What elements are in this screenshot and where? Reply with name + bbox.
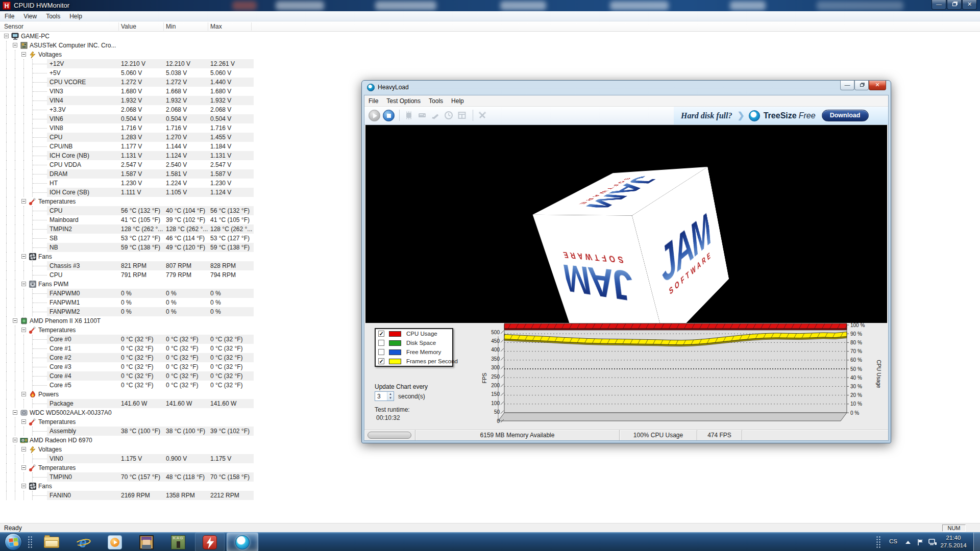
taskbar-internet-explorer-button[interactable]: e xyxy=(68,533,98,551)
network-button[interactable] xyxy=(928,538,937,551)
taskbar-explorer-button[interactable] xyxy=(37,533,66,551)
tree-guide xyxy=(6,417,7,427)
checked-checkbox[interactable]: ✓ xyxy=(378,358,384,364)
action-center-button[interactable] xyxy=(917,538,925,551)
expander-minus-icon[interactable] xyxy=(13,43,17,47)
stop-test-button[interactable] xyxy=(383,110,395,121)
expander-minus-icon[interactable] xyxy=(21,254,26,259)
expander-minus-icon[interactable] xyxy=(21,328,26,332)
sensor-row[interactable]: TMPIN070 °C (157 °F)48 °C (118 °F)70 °C … xyxy=(0,472,980,482)
expander-minus-icon[interactable] xyxy=(4,34,9,38)
start-test-button[interactable] xyxy=(369,110,380,121)
fan-icon xyxy=(29,253,37,261)
show-hidden-icons-button[interactable] xyxy=(905,541,911,551)
tree-guide xyxy=(6,59,7,68)
taskbar-hwmonitor-button[interactable] xyxy=(195,533,225,551)
chevron-icon: ❯ xyxy=(737,110,744,121)
column-header-value[interactable]: Value xyxy=(121,23,136,30)
duration-icon[interactable] xyxy=(444,111,453,120)
tree-guide xyxy=(6,353,7,362)
sensor-row[interactable]: +5V5.060 V5.038 V5.060 V xyxy=(0,68,980,78)
sensor-max: 12.261 V xyxy=(210,60,254,67)
download-button[interactable]: Download xyxy=(822,110,869,121)
column-separator[interactable] xyxy=(163,22,164,31)
tree-guide xyxy=(15,454,15,463)
menu-file[interactable]: File xyxy=(0,11,19,20)
taskbar-media-player-button[interactable] xyxy=(100,533,130,551)
column-separator[interactable] xyxy=(251,22,252,31)
menu-help[interactable]: Help xyxy=(65,11,87,20)
taskbar-clock[interactable]: 21:40 27.5.2014 xyxy=(938,534,969,549)
sensor-value: 821 RPM xyxy=(121,262,165,269)
sensor-min: 0 °C (32 °F) xyxy=(166,336,210,343)
checked-checkbox[interactable]: ✓ xyxy=(378,331,384,337)
group-row[interactable]: Voltages xyxy=(0,445,980,454)
group-row[interactable]: Voltages xyxy=(0,50,980,59)
expander-minus-icon[interactable] xyxy=(21,465,26,470)
allocate-memory-icon[interactable] xyxy=(418,111,427,120)
group-row[interactable]: Temperatures xyxy=(0,463,980,472)
expander-minus-icon[interactable] xyxy=(21,282,26,286)
sensor-max: 0 °C (32 °F) xyxy=(210,336,254,343)
show-desktop-button[interactable] xyxy=(973,533,980,551)
start-button[interactable] xyxy=(5,533,22,550)
menu-view[interactable]: View xyxy=(19,11,41,20)
expander-minus-icon[interactable] xyxy=(21,484,26,488)
test-window-icon[interactable] xyxy=(457,111,467,120)
minimize-button[interactable]: — xyxy=(840,81,854,90)
sensor-row[interactable]: FANIN02169 RPM1358 RPM2212 RPM xyxy=(0,491,980,500)
expander-minus-icon[interactable] xyxy=(21,419,26,424)
column-header-max[interactable]: Max xyxy=(210,23,222,30)
column-separator[interactable] xyxy=(208,22,208,31)
tree-guide xyxy=(23,307,24,316)
column-header[interactable]: SensorValueMinMax xyxy=(0,21,980,32)
sensor-row[interactable]: +12V12.210 V12.210 V12.261 V xyxy=(0,59,980,68)
close-button[interactable]: ✕ xyxy=(869,81,886,90)
svg-text:FPS: FPS xyxy=(481,373,487,383)
close-button[interactable]: ✕ xyxy=(962,0,977,10)
tree-guide xyxy=(15,371,15,381)
menu-test-options[interactable]: Test Options xyxy=(382,95,425,105)
unchecked-checkbox[interactable] xyxy=(378,340,384,346)
column-header-min[interactable]: Min xyxy=(166,23,176,30)
heavyload-titlebar[interactable]: HeavyLoad — ✕ xyxy=(362,81,891,95)
unchecked-checkbox[interactable] xyxy=(378,349,384,355)
taskbar-kag-button[interactable]: KAG xyxy=(163,533,193,551)
language-indicator[interactable]: CS xyxy=(889,538,897,551)
minimize-button[interactable]: — xyxy=(932,0,946,10)
spinner-arrows[interactable]: ▲▼ xyxy=(387,392,394,400)
taskbar-heavyload-button[interactable] xyxy=(227,533,258,551)
menu-tools[interactable]: Tools xyxy=(41,11,65,20)
maximize-button[interactable] xyxy=(854,81,869,90)
sensor-max: 1.587 V xyxy=(210,170,254,178)
menu-file[interactable]: File xyxy=(364,95,382,105)
restore-button[interactable] xyxy=(947,0,962,10)
group-row[interactable]: ASUSTeK Computer INC. Cro... xyxy=(0,41,980,50)
hwmonitor-titlebar[interactable]: H CPUID HWMonitor — ✕ xyxy=(0,0,980,11)
sensor-row[interactable]: VIN01.175 V0.900 V1.175 V xyxy=(0,454,980,463)
settings-wrench-icon[interactable] xyxy=(478,111,487,120)
sensor-max: 1.455 V xyxy=(210,134,254,141)
stress-cpu-icon[interactable] xyxy=(404,111,413,120)
expander-minus-icon[interactable] xyxy=(21,447,26,452)
sensor-max: 56 °C (132 °F) xyxy=(210,207,254,214)
expander-minus-icon[interactable] xyxy=(13,318,17,323)
heavyload-icon xyxy=(235,535,250,549)
group-label: Fans PWM xyxy=(38,281,68,288)
expander-minus-icon[interactable] xyxy=(13,410,17,415)
write-tempfile-icon[interactable] xyxy=(431,111,440,120)
sensor-min: 0 °C (32 °F) xyxy=(166,372,210,380)
taskbar-game-button[interactable] xyxy=(132,533,161,551)
update-interval-spinner[interactable]: 3 ▲▼ xyxy=(375,391,394,401)
expander-minus-icon[interactable] xyxy=(21,199,26,204)
expander-minus-icon[interactable] xyxy=(21,52,26,57)
tree-stub xyxy=(33,495,47,496)
expander-minus-icon[interactable] xyxy=(13,438,17,442)
group-row[interactable]: GAME-PC xyxy=(0,32,980,41)
column-separator[interactable] xyxy=(118,22,119,31)
column-header-sensor[interactable]: Sensor xyxy=(4,23,23,30)
group-row[interactable]: Fans xyxy=(0,482,980,491)
menu-tools[interactable]: Tools xyxy=(425,95,447,105)
menu-help[interactable]: Help xyxy=(447,95,468,105)
expander-minus-icon[interactable] xyxy=(21,392,26,396)
